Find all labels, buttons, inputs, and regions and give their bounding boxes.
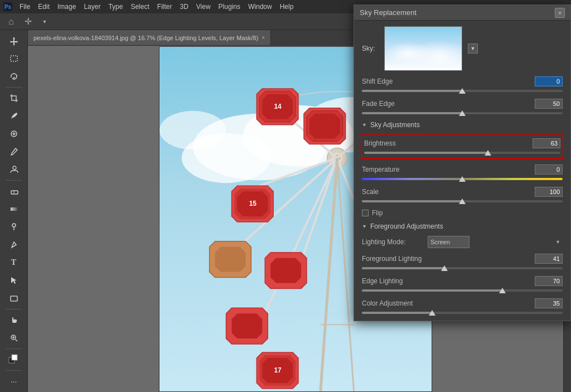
color-adjustment-value[interactable]: 35 <box>535 298 563 308</box>
scale-slider[interactable] <box>362 200 563 202</box>
fade-edge-slider[interactable] <box>362 112 563 114</box>
hand-tool[interactable] <box>4 312 24 328</box>
dodge-tool[interactable] <box>4 219 24 235</box>
fade-edge-value[interactable]: 50 <box>535 99 563 109</box>
svg-marker-53 <box>215 246 246 272</box>
color-adjustment-thumb[interactable] <box>429 310 435 316</box>
home-icon[interactable]: ⌂ <box>4 15 18 28</box>
sky-preview-row: Sky: ▼ <box>362 26 563 71</box>
fade-edge-thumb[interactable] <box>459 110 466 116</box>
menu-file[interactable]: File <box>16 2 34 12</box>
menu-image[interactable]: Image <box>54 2 80 12</box>
menu-plugins[interactable]: Plugins <box>215 2 244 12</box>
tab-close-btn[interactable]: × <box>262 35 265 41</box>
healing-tool[interactable] <box>4 125 24 142</box>
edge-lighting-control: Edge Lighting 70 <box>362 276 563 293</box>
color-adjustment-label: Color Adjustment <box>362 299 413 307</box>
shift-edge-thumb[interactable] <box>459 88 466 94</box>
tool-separator-2 <box>6 180 22 181</box>
app-icon: Ps <box>2 1 13 12</box>
menu-filter[interactable]: Filter <box>153 2 176 12</box>
svg-text:15: 15 <box>249 200 257 207</box>
svg-rect-8 <box>11 191 18 194</box>
foreground-lighting-thumb[interactable] <box>441 265 448 271</box>
brightness-slider[interactable] <box>364 152 560 154</box>
brightness-header: Brightness 63 <box>364 138 560 148</box>
foreground-lighting-label: Foreground Lighting <box>362 255 422 263</box>
foreground-lighting-slider[interactable] <box>362 267 563 269</box>
temperature-label: Temperature <box>362 166 399 173</box>
temperature-slider[interactable] <box>362 178 563 180</box>
canvas-tab[interactable]: pexels-elina-volkova-18403914.jpg @ 16.7… <box>28 30 271 45</box>
more-tools[interactable]: ··· <box>4 373 24 390</box>
edge-lighting-header: Edge Lighting 70 <box>362 276 563 286</box>
eyedropper-tool[interactable] <box>4 108 24 124</box>
sky-thumbnail[interactable] <box>384 26 462 71</box>
scale-thumb[interactable] <box>459 199 466 204</box>
path-select-tool[interactable] <box>4 272 24 289</box>
menu-select[interactable]: Select <box>127 2 153 12</box>
temperature-thumb[interactable] <box>459 176 466 182</box>
clone-tool[interactable] <box>4 161 24 178</box>
svg-marker-13 <box>11 277 17 284</box>
temperature-control: Temperature 0 <box>362 164 563 181</box>
fade-edge-control: Fade Edge 50 <box>362 99 563 115</box>
svg-point-26 <box>159 110 226 149</box>
menu-view[interactable]: View <box>192 2 215 12</box>
sky-thumbnail-clouds <box>385 37 462 65</box>
lighting-mode-select[interactable]: Screen Multiply Luminosity <box>428 236 470 248</box>
chevron-down-icon[interactable]: ▼ <box>38 15 51 28</box>
menu-layer[interactable]: Layer <box>80 2 104 12</box>
color-adjustment-control: Color Adjustment 35 <box>362 298 563 315</box>
eraser-tool[interactable] <box>4 183 24 200</box>
brightness-value[interactable]: 63 <box>533 138 560 148</box>
dialog-close-button[interactable]: × <box>555 8 565 18</box>
pen-tool[interactable] <box>4 236 24 253</box>
brush-tool[interactable] <box>4 143 24 160</box>
temperature-value[interactable]: 0 <box>535 164 563 175</box>
shift-edge-header: Shift Edge 0 <box>362 76 563 86</box>
foreground-adjustments-header[interactable]: ▼ Foreground Adjustments <box>362 222 563 230</box>
gradient-tool[interactable] <box>4 201 24 217</box>
sky-dropdown-button[interactable]: ▼ <box>468 43 478 54</box>
crop-tool[interactable] <box>4 90 24 107</box>
shift-edge-value[interactable]: 0 <box>535 76 563 86</box>
move-tool[interactable] <box>4 32 24 49</box>
scale-value[interactable]: 100 <box>535 187 563 197</box>
marquee-tool[interactable] <box>4 50 24 67</box>
tool-separator-4 <box>6 349 22 349</box>
foreground-lighting-value[interactable]: 41 <box>535 254 563 264</box>
lighting-mode-arrow: ▼ <box>555 239 560 245</box>
text-tool[interactable]: T <box>4 254 24 271</box>
svg-line-16 <box>15 340 17 342</box>
menu-edit[interactable]: Edit <box>34 2 54 12</box>
color-adjustment-slider[interactable] <box>362 312 563 314</box>
shape-tool[interactable] <box>4 290 24 307</box>
shift-edge-slider[interactable] <box>362 90 563 92</box>
menu-help[interactable]: Help <box>276 2 298 12</box>
svg-text:Ps: Ps <box>4 4 12 10</box>
tab-label: pexels-elina-volkova-18403914.jpg @ 16.7… <box>33 35 258 41</box>
shift-edge-control: Shift Edge 0 <box>362 76 563 93</box>
zoom-tool[interactable] <box>4 330 24 346</box>
move-icon[interactable]: ✛ <box>21 15 35 28</box>
menu-window[interactable]: Window <box>244 2 276 12</box>
color-adjustment-header: Color Adjustment 35 <box>362 298 563 308</box>
menu-3d[interactable]: 3D <box>176 2 192 12</box>
edge-lighting-thumb[interactable] <box>499 288 506 293</box>
fg-bg-color[interactable] <box>4 351 24 368</box>
edge-lighting-value[interactable]: 70 <box>535 276 563 286</box>
menu-type[interactable]: Type <box>104 2 127 12</box>
brightness-control: Brightness 63 <box>364 138 560 155</box>
brightness-thumb[interactable] <box>485 150 491 156</box>
lasso-tool[interactable] <box>4 68 24 85</box>
sky-label: Sky: <box>362 45 379 52</box>
flip-label: Flip <box>372 209 383 217</box>
sky-replacement-dialog: Sky Replacement × Sky: ▼ Shift Edge 0 <box>354 4 571 321</box>
svg-rect-20 <box>12 355 17 360</box>
edge-lighting-slider[interactable] <box>362 289 563 292</box>
sky-adjustments-header[interactable]: ▼ Sky Adjustments <box>362 121 563 129</box>
flip-checkbox[interactable] <box>362 210 369 216</box>
foreground-lighting-header: Foreground Lighting 41 <box>362 254 563 264</box>
shift-edge-label: Shift Edge <box>362 78 393 85</box>
